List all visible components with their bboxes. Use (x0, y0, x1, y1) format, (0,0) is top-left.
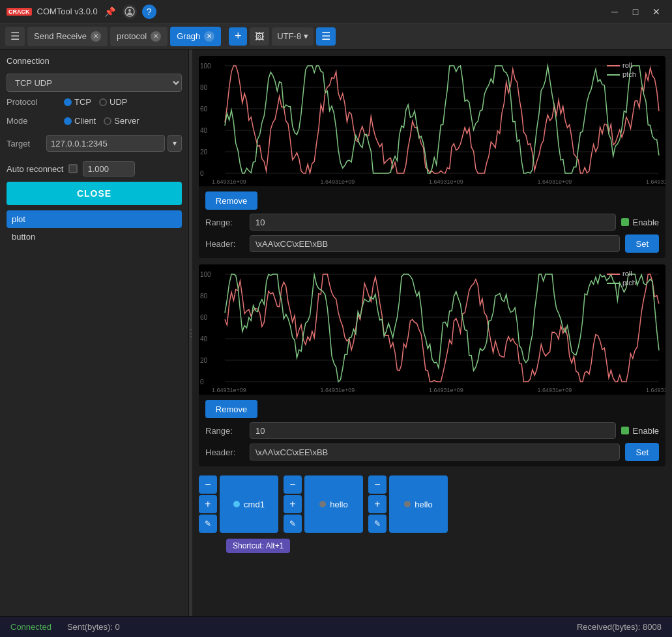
reconnect-value-input[interactable] (83, 161, 135, 177)
app-logo: CRACK (7, 8, 32, 16)
client-label: Client (74, 116, 96, 126)
range-label-1: Range: (205, 218, 244, 227)
graph-canvas-2 (199, 264, 665, 395)
btn-minus-2[interactable]: − (284, 475, 302, 494)
connection-type-dropdown[interactable]: TCP UDP (7, 74, 182, 92)
header-input-2[interactable] (250, 444, 620, 460)
hello2-label: hello (415, 500, 432, 509)
tab-menu-button[interactable]: ☰ (316, 27, 336, 46)
btn-controls-1: − + ✎ (199, 475, 217, 533)
btn-edit-1[interactable]: ✎ (199, 515, 217, 533)
app-title: COMTool v3.0.0 (37, 7, 98, 16)
window-controls: ─ □ ✕ (606, 5, 665, 19)
tcp-radio[interactable]: TCP (64, 97, 91, 107)
btn-edit-2[interactable]: ✎ (284, 515, 302, 533)
target-input[interactable] (46, 135, 165, 152)
range-input-2[interactable] (250, 422, 616, 439)
client-radio[interactable]: Client (64, 116, 96, 126)
server-radio[interactable]: Server (104, 116, 139, 126)
remove-button-2[interactable]: Remove (205, 400, 257, 418)
mode-radio-group: Client Server (64, 116, 139, 126)
close-window-button[interactable]: ✕ (647, 5, 665, 19)
sidebar-item-plot[interactable]: plot (7, 210, 182, 228)
tab-gragh[interactable]: Gragh ✕ (170, 27, 221, 46)
connection-status: Connected (10, 622, 51, 632)
btn-group-3: − + ✎ hello (368, 475, 448, 533)
header-row-1: Header: Set (205, 234, 659, 253)
cmd1-tooltip: Shortcut: Alt+1 (226, 539, 290, 553)
graph-controls-2: Remove Range: Enable Header: Set (199, 395, 665, 466)
graph-canvas-1 (199, 56, 665, 186)
menu-button[interactable]: ☰ (5, 27, 25, 46)
btn-edit-3[interactable]: ✎ (368, 515, 387, 533)
target-row: Target ▾ (7, 135, 182, 152)
header-input-1[interactable] (250, 235, 620, 252)
btn-group-2: − + ✎ hello (284, 475, 363, 533)
received-info: Received(bytes): 8008 (577, 622, 662, 632)
server-radio-dot (104, 117, 111, 125)
target-dropdown-btn[interactable]: ▾ (168, 135, 182, 152)
cmd1-radio-dot (233, 501, 240, 507)
enable-dot-2 (621, 427, 629, 434)
maximize-button[interactable]: □ (626, 5, 645, 19)
tcp-label: TCP (74, 97, 91, 107)
tab-close-gragh[interactable]: ✕ (204, 31, 214, 42)
mode-label: Mode (7, 116, 59, 126)
btn-controls-2: − + ✎ (284, 475, 302, 533)
sent-info: Sent(bytes): 0 (67, 622, 120, 632)
help-button[interactable]: ? (142, 5, 156, 19)
github-button[interactable] (123, 5, 137, 19)
tab-close-send-receive[interactable]: ✕ (91, 31, 101, 42)
hello-button-2[interactable]: hello (389, 475, 448, 533)
graph-controls-1: Remove Range: Enable Header: Set (199, 186, 665, 258)
close-button[interactable]: CLOSE (7, 182, 182, 205)
range-input-1[interactable] (250, 214, 616, 231)
udp-radio[interactable]: UDP (99, 97, 127, 107)
main-layout: Connection TCP UDP Protocol TCP UDP Mode (0, 50, 672, 616)
udp-radio-dot (99, 98, 107, 106)
header-label-2: Header: (205, 447, 244, 457)
btn-plus-2[interactable]: + (284, 495, 302, 513)
header-label-1: Header: (205, 239, 244, 249)
pin-button[interactable]: 📌 (103, 5, 117, 19)
target-label: Target (7, 139, 41, 149)
protocol-radio-group: TCP UDP (64, 97, 127, 107)
encoding-selector[interactable]: UTF-8 ▾ (272, 27, 314, 46)
tab-close-protocol[interactable]: ✕ (151, 31, 161, 42)
hello1-label: hello (330, 500, 347, 509)
tab-protocol[interactable]: protocol ✕ (110, 27, 168, 46)
minimize-button[interactable]: ─ (606, 5, 624, 19)
auto-reconnect-row: Auto reconnect (7, 161, 182, 177)
cmd1-button[interactable]: cmd1 Shortcut: Alt+1 (220, 475, 278, 533)
btn-plus-1[interactable]: + (199, 495, 217, 513)
enable-label-2: Enable (633, 426, 659, 436)
btn-plus-3[interactable]: + (368, 495, 387, 513)
sidebar-item-button[interactable]: button (7, 228, 182, 246)
enable-label-1: Enable (633, 218, 659, 227)
button-panel: − + ✎ cmd1 Shortcut: Alt+1 − + (199, 473, 665, 535)
protocol-row: Protocol TCP UDP (7, 97, 182, 107)
auto-reconnect-checkbox[interactable] (68, 164, 78, 173)
btn-minus-1[interactable]: − (199, 475, 217, 494)
set-button-1[interactable]: Set (625, 234, 659, 253)
cmd1-label: cmd1 (244, 500, 265, 509)
set-button-2[interactable]: Set (625, 443, 659, 461)
add-tab-button[interactable]: + (229, 27, 247, 46)
btn-minus-3[interactable]: − (368, 475, 387, 494)
hello1-radio-dot (319, 501, 326, 507)
graph-card-1: Remove Range: Enable Header: Set (199, 56, 665, 258)
sidebar: Connection TCP UDP Protocol TCP UDP Mode (0, 50, 189, 616)
btn-controls-3: − + ✎ (368, 475, 387, 533)
image-toggle-button[interactable]: 🖼 (250, 27, 269, 46)
auto-reconnect-label: Auto reconnect (7, 164, 63, 174)
hello-button-1[interactable]: hello (304, 475, 363, 533)
tab-send-receive[interactable]: Send Receive ✕ (27, 27, 108, 46)
enable-group-1: Enable (621, 218, 659, 227)
remove-button-1[interactable]: Remove (205, 191, 257, 210)
statusbar: Connected Sent(bytes): 0 Received(bytes)… (0, 616, 672, 637)
range-row-2: Range: Enable (205, 422, 659, 439)
mode-row: Mode Client Server (7, 116, 182, 126)
titlebar: CRACK COMTool v3.0.0 📌 ? ─ □ ✕ (0, 0, 672, 23)
svg-point-1 (128, 9, 131, 12)
range-row-1: Range: Enable (205, 214, 659, 231)
